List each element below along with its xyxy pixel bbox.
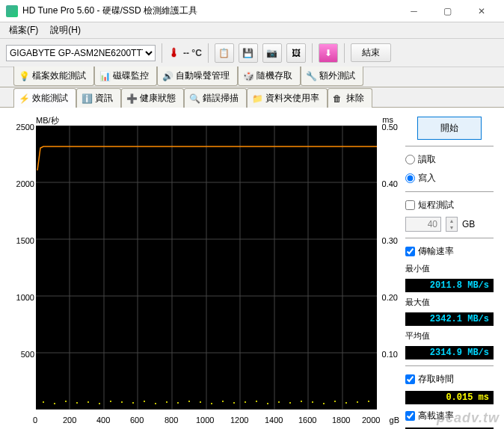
menu-file[interactable]: 檔案(F) [3,22,44,38]
exit-button[interactable]: 結束 [351,43,391,62]
tab-folder-usage[interactable]: 📁資料夾使用率 [247,88,328,108]
size-spinner[interactable]: ▲▼ [446,217,458,232]
svg-point-25 [155,403,156,404]
gauge-icon: ⚡ [19,93,29,104]
svg-point-30 [211,403,212,404]
min-label: 最小值 [405,263,494,274]
folder-icon: 📁 [252,93,262,104]
speaker-icon: 🔊 [162,71,173,81]
separator [162,43,162,63]
svg-point-15 [43,401,44,403]
access-value: 0.015 ms [405,391,494,404]
size-input[interactable] [405,217,441,232]
svg-point-16 [54,403,55,404]
save-button[interactable]: 💾 [239,43,258,63]
max-label: 最大值 [405,297,494,308]
svg-point-34 [256,401,257,402]
camera-icon: 📷 [266,48,277,58]
image-icon: 🖼 [292,48,301,58]
svg-point-17 [65,401,67,402]
svg-point-39 [312,401,313,403]
svg-point-31 [222,401,224,402]
menu-help[interactable]: 說明(H) [44,22,87,38]
copy-screenshot-button[interactable]: 🖼 [286,43,306,63]
dice-icon: 🎲 [243,71,253,81]
svg-point-42 [345,402,347,404]
tab-erase[interactable]: 🗑抹除 [328,88,372,108]
svg-point-20 [99,403,100,404]
info-icon: ℹ️ [82,93,92,104]
y-axis-label: MB/秒 [36,115,59,126]
svg-point-18 [76,402,78,404]
svg-point-28 [188,401,190,402]
tab-benchmark[interactable]: ⚡效能測試 [13,88,76,108]
window-title: HD Tune Pro 5.60 - 硬碟/SSD 檢測維護工具 [22,4,397,17]
svg-point-29 [200,401,201,403]
maximize-button[interactable]: ▢ [431,1,464,22]
tab-disk-monitor[interactable]: 📊磁碟監控 [94,67,157,86]
svg-point-26 [166,401,168,403]
tab-aam[interactable]: 🔊自動噪聲管理 [157,67,238,86]
short-test-checkbox[interactable]: 短程測試 [405,198,494,212]
app-icon [6,5,18,17]
screenshot-button[interactable]: 📷 [262,43,282,63]
thermometer-icon: 🌡 [168,46,180,60]
down-icon: ⬇ [325,48,332,58]
start-button[interactable]: 開始 [417,117,482,140]
svg-point-40 [323,403,325,404]
tab-error-scan[interactable]: 🔍錯誤掃描 [184,88,247,108]
tools-icon: 🔧 [306,71,316,81]
file-icon: 💡 [19,71,29,81]
save-icon: 💾 [242,48,253,58]
svg-point-36 [278,401,280,403]
read-radio[interactable]: 讀取 [405,152,494,167]
svg-point-43 [357,401,358,403]
svg-point-24 [144,401,145,402]
svg-point-21 [110,401,111,402]
search-icon: 🔍 [189,93,200,104]
copy-icon: 📋 [218,48,230,58]
svg-point-23 [132,402,134,404]
max-value: 2342.1 MB/s [405,312,494,326]
min-value: 2011.8 MB/s [405,279,494,292]
chart-area: MB/秒 ms 2500 2000 1500 1000 500 0.50 0.4… [10,114,399,428]
svg-point-38 [301,401,302,402]
tab-file-benchmark[interactable]: 💡檔案效能測試 [13,67,94,86]
svg-point-37 [289,402,291,404]
watermark: pcadv.tw [437,410,500,426]
tab-random-access[interactable]: 🎲隨機存取 [238,67,301,86]
svg-point-44 [368,401,369,402]
svg-point-19 [87,401,89,403]
avg-label: 平均值 [405,330,494,342]
svg-point-27 [177,402,179,404]
tab-info[interactable]: ℹ️資訊 [76,88,121,108]
close-button[interactable]: ✕ [464,1,498,22]
svg-point-32 [233,402,235,404]
access-time-checkbox[interactable]: 存取時間 [405,372,494,386]
options-button[interactable]: ⬇ [319,43,338,63]
benchmark-plot [36,126,377,410]
write-radio[interactable]: 寫入 [405,171,494,185]
health-icon: ➕ [126,93,137,104]
copy-info-button[interactable]: 📋 [215,43,234,63]
chart-icon: 📊 [99,71,110,81]
temperature-display: 🌡 -- °C [168,46,202,60]
erase-icon: 🗑 [333,93,343,104]
svg-point-22 [121,401,123,403]
svg-point-35 [267,403,268,404]
transfer-rate-checkbox[interactable]: 傳輸速率 [405,244,494,259]
avg-value: 2314.9 MB/s [405,346,494,359]
drive-select[interactable]: GIGABYTE GP-ASM2NE6200TTTD (200 [6,45,156,61]
minimize-button[interactable]: ─ [397,1,431,22]
tab-health[interactable]: ➕健康狀態 [121,88,184,108]
svg-point-41 [334,401,336,402]
tab-extra-tests[interactable]: 🔧額外測試 [301,67,363,86]
svg-point-33 [245,401,246,403]
